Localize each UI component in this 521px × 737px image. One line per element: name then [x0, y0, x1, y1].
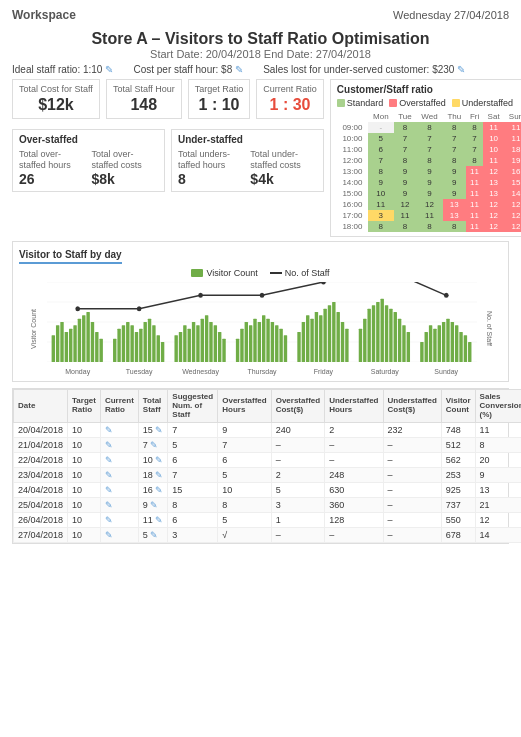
staff-edit[interactable]: ✎	[155, 455, 163, 465]
current-ratio-edit[interactable]: ✎	[105, 485, 113, 495]
staff-edit[interactable]: ✎	[155, 485, 163, 495]
svg-rect-28	[161, 342, 164, 362]
x-day-label: Friday	[293, 368, 354, 375]
heatmap-cell: 12	[416, 199, 442, 210]
current-ratio-edit[interactable]: ✎	[105, 470, 113, 480]
svg-point-91	[198, 293, 203, 298]
x-day-label: Saturday	[354, 368, 415, 375]
heatmap-cell: 13	[443, 210, 466, 221]
sales-edit-icon[interactable]: ✎	[457, 64, 465, 75]
svg-rect-79	[429, 325, 432, 362]
table-header: Understaffed Cost($)	[383, 390, 441, 423]
svg-rect-75	[402, 325, 405, 362]
heatmap-cell: 12	[504, 210, 521, 221]
heatmap-cell: 11	[466, 188, 483, 199]
ideal-ratio-edit-icon[interactable]: ✎	[105, 64, 113, 75]
staff-edit[interactable]: ✎	[155, 470, 163, 480]
svg-rect-83	[446, 319, 449, 362]
svg-rect-45	[253, 319, 256, 362]
heatmap-cell: 11	[483, 122, 504, 133]
heatmap-cell: 16	[504, 166, 521, 177]
current-ratio-edit[interactable]: ✎	[105, 500, 113, 510]
heatmap-cell: 6	[368, 144, 393, 155]
svg-rect-67	[367, 309, 370, 362]
heatmap-cell: 7	[394, 133, 417, 144]
legend-item: Understaffed	[452, 98, 513, 108]
svg-rect-54	[302, 322, 305, 362]
heatmap-cell: 11	[504, 122, 521, 133]
heatmap-cell: 8	[466, 122, 483, 133]
heatmap-cell: 12	[394, 199, 417, 210]
svg-rect-15	[95, 332, 98, 362]
staff-edit[interactable]: ✎	[155, 425, 163, 435]
current-ratio-edit[interactable]: ✎	[105, 515, 113, 525]
table-header: Overstaffed Hours	[218, 390, 271, 423]
svg-rect-12	[82, 315, 85, 362]
svg-point-93	[321, 282, 326, 285]
svg-point-92	[260, 293, 265, 298]
y-left-label: Visitor Count	[30, 309, 37, 349]
heatmap-cell: 7	[466, 144, 483, 155]
staff-edit[interactable]: ✎	[150, 500, 158, 510]
heatmap-cell: 9	[443, 166, 466, 177]
heatmap-cell: 12	[483, 210, 504, 221]
current-ratio-edit[interactable]: ✎	[105, 440, 113, 450]
svg-rect-5	[52, 335, 55, 362]
svg-point-90	[137, 306, 142, 311]
legend-color	[389, 99, 397, 107]
heatmap-cell: 8	[416, 221, 442, 232]
svg-rect-56	[310, 319, 313, 362]
cost-edit-icon[interactable]: ✎	[235, 64, 243, 75]
current-ratio-edit[interactable]: ✎	[105, 425, 113, 435]
staff-edit[interactable]: ✎	[155, 515, 163, 525]
svg-rect-55	[306, 315, 309, 362]
ideal-ratio-param: Ideal staff ratio: 1:10 ✎	[12, 64, 113, 75]
chart-legend-icon	[270, 272, 282, 274]
heatmap-cell: 7	[368, 155, 393, 166]
heatmap-cell: 19	[504, 155, 521, 166]
current-ratio-edit[interactable]: ✎	[105, 455, 113, 465]
heatmap-cell: 8	[416, 122, 442, 133]
svg-rect-65	[359, 329, 362, 362]
svg-rect-59	[323, 309, 326, 362]
svg-rect-17	[113, 339, 116, 362]
heatmap-cell: 9	[394, 177, 417, 188]
chart-legend-item: Visitor Count	[191, 268, 257, 278]
heatmap-cell: 10	[483, 133, 504, 144]
table-header: Total Staff	[138, 390, 168, 423]
heatmap-cell: 7	[416, 144, 442, 155]
svg-rect-43	[245, 322, 248, 362]
current-ratio-edit[interactable]: ✎	[105, 530, 113, 540]
kpi-box: Total Cost for Staff $12k	[12, 79, 100, 119]
heatmap-cell: 13	[483, 188, 504, 199]
svg-rect-68	[372, 305, 375, 362]
heatmap-cell: 11	[466, 177, 483, 188]
svg-rect-10	[73, 325, 76, 362]
table-header: Target Ratio	[68, 390, 101, 423]
heatmap-cell: 14	[504, 188, 521, 199]
svg-rect-33	[192, 322, 195, 362]
svg-rect-19	[122, 325, 125, 362]
workspace-label: Workspace	[12, 8, 76, 22]
heatmap-cell: 5	[368, 133, 393, 144]
svg-rect-25	[148, 319, 151, 362]
svg-rect-88	[468, 342, 471, 362]
heatmap-cell: 9	[368, 177, 393, 188]
heatmap-title: Customer/Staff ratio	[337, 84, 521, 95]
heatmap-cell: 9	[416, 188, 442, 199]
heatmap-cell: 7	[466, 133, 483, 144]
x-day-label: Thursday	[231, 368, 292, 375]
svg-rect-76	[407, 332, 410, 362]
svg-rect-13	[86, 312, 89, 362]
svg-rect-6	[56, 325, 59, 362]
table-row: 27/04/201810✎5 ✎3√–––67814Understaffed	[14, 528, 522, 543]
staff-edit[interactable]: ✎	[150, 440, 158, 450]
svg-rect-38	[214, 325, 217, 362]
staff-edit[interactable]: ✎	[150, 530, 158, 540]
heatmap-cell: 8	[394, 221, 417, 232]
svg-rect-51	[279, 329, 282, 362]
heatmap-cell: 12	[483, 166, 504, 177]
stat-box: Total unders-taffed hours8	[178, 149, 244, 187]
stat-box: Total over-staffed hours26	[19, 149, 85, 187]
heatmap-cell: 11	[466, 166, 483, 177]
